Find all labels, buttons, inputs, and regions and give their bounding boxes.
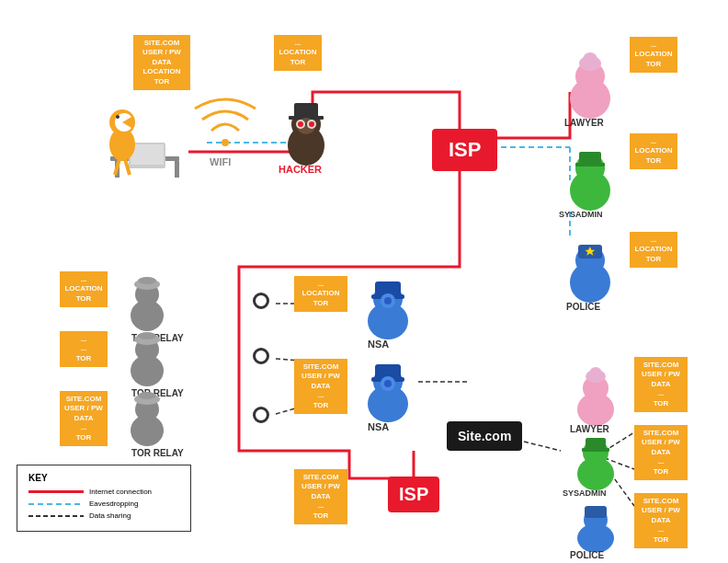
isp-button-top: ISP (432, 129, 497, 171)
sysadmin-label-top: SYSADMIN (559, 210, 603, 219)
svg-point-37 (583, 52, 597, 67)
relay1-info-box: ... LOCATION TOR (60, 271, 108, 307)
svg-rect-16 (131, 144, 164, 165)
svg-rect-26 (294, 103, 318, 118)
nsa1-figure (358, 271, 418, 340)
nsa1-info-box: ... LOCATION TOR (294, 276, 347, 312)
key-box: KEY Internet connection Eavesdropping Da… (17, 465, 191, 532)
sysadmin-box-top: ... LOCATION TOR (630, 133, 677, 169)
relay1-figure (119, 271, 175, 331)
police2-label: POLICE (570, 550, 604, 560)
sysadmin-figure-top (561, 143, 620, 212)
nsa1-label: NSA (368, 339, 389, 350)
wifi-symbol (193, 92, 257, 152)
key-sharing-item: Data sharing (28, 511, 179, 520)
svg-point-23 (222, 139, 229, 146)
key-title: KEY (28, 473, 179, 483)
diagram: SITE.COM USER / PW DATA LOCATION TOR ...… (0, 0, 728, 563)
relay3-info-box: SITE.COM USER / PW DATA ... TOR (60, 391, 108, 446)
lawyer-figure-top (561, 51, 620, 120)
police-box-top: ... LOCATION TOR (630, 232, 677, 268)
nsa2-info-box: SITE.COM USER / PW DATA ... TOR (294, 359, 347, 414)
nsa2-figure (358, 354, 418, 423)
hacker-label: HACKER (279, 164, 322, 175)
sysadmin2-box: SITE.COM USER / PW DATA ... TOR (634, 425, 688, 480)
police-figure-top (561, 235, 620, 304)
wifi-label: WIFI (210, 156, 231, 167)
svg-point-63 (384, 297, 392, 304)
relay1-node (253, 293, 269, 309)
svg-rect-14 (175, 161, 179, 178)
key-internet-item: Internet connection (28, 488, 179, 496)
lawyer-label-top: LAWYER (564, 118, 604, 128)
internet-line-icon (28, 490, 84, 493)
svg-line-8 (524, 442, 561, 451)
svg-point-49 (138, 277, 156, 284)
hacker-figure (274, 92, 338, 166)
svg-rect-77 (582, 448, 609, 452)
svg-point-73 (589, 367, 602, 380)
relay3-node (253, 407, 269, 423)
key-eavesdrop-item: Eavesdropping (28, 500, 179, 508)
police2-box: SITE.COM USER / PW DATA ... TOR (634, 493, 688, 548)
lawyer2-box: SITE.COM USER / PW DATA ... TOR (634, 357, 688, 412)
svg-point-53 (138, 332, 156, 339)
user-info-box: SITE.COM USER / PW DATA LOCATION TOR (133, 35, 190, 90)
svg-rect-41 (575, 163, 605, 167)
sysadmin2-figure (568, 428, 623, 490)
svg-point-69 (384, 380, 392, 387)
svg-rect-40 (579, 152, 601, 165)
sharing-line-icon (28, 515, 84, 517)
relay2-info-box: ... ... TOR (60, 331, 108, 367)
lawyer2-figure (568, 363, 623, 426)
relay2-node (253, 348, 269, 364)
relay3-figure (119, 386, 175, 446)
eavesdrop-line-icon (28, 503, 84, 505)
relay3-label: TOR RELAY (131, 448, 184, 458)
police-label-top: POLICE (566, 302, 600, 312)
site-button: Site.com (447, 421, 522, 451)
lawyer-box-top: ... LOCATION TOR (630, 37, 677, 73)
isp-button-bottom: ISP (388, 477, 439, 512)
user-figure (97, 87, 179, 179)
nsa2-label: NSA (368, 421, 389, 432)
police2-figure (568, 497, 623, 552)
svg-point-32 (309, 121, 314, 127)
svg-point-31 (298, 121, 303, 127)
svg-point-19 (116, 115, 119, 119)
location-box-top: ... LOCATION TOR (274, 35, 322, 71)
relay2-figure (119, 327, 175, 386)
svg-point-57 (138, 392, 156, 399)
isp2-box: SITE.COM USER / PW DATA ... TOR (294, 469, 347, 524)
svg-rect-80 (585, 506, 607, 518)
